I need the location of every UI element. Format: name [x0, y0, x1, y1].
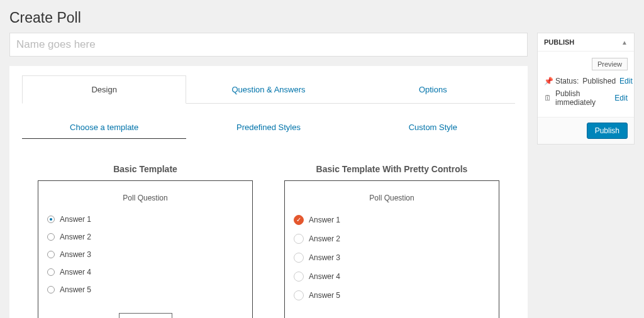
publish-panel: PUBLISH ▲ Preview 📌 Status: Published Ed… [537, 33, 635, 145]
answer-label: Answer 5 [309, 291, 340, 300]
vote-button[interactable]: Vote [119, 313, 172, 318]
main-tabs: Design Question & Answers Options [22, 75, 515, 104]
status-label: Status: [555, 77, 579, 85]
design-subtabs: Choose a template Predefined Styles Cust… [22, 116, 515, 139]
template-basic[interactable]: Basic Template Poll Question Answer 1 An… [38, 164, 253, 318]
answer-row: ✓ Answer 1 [294, 215, 490, 225]
answer-row: Answer 1 [47, 215, 243, 224]
poll-question: Poll Question [47, 194, 243, 202]
answer-label: Answer 5 [60, 285, 91, 294]
calendar-icon: 🗓 [544, 94, 552, 102]
answer-row: Answer 3 [294, 253, 490, 263]
poll-question: Poll Question [294, 194, 490, 202]
status-row: 📌 Status: Published Edit [544, 77, 628, 85]
page-title: Create Poll [0, 0, 644, 33]
poll-name-input[interactable] [9, 33, 528, 57]
subtab-predefined-styles[interactable]: Predefined Styles [186, 116, 350, 139]
radio-icon[interactable] [47, 216, 55, 223]
tab-options[interactable]: Options [351, 75, 515, 103]
schedule-row: 🗓 Publish immediately Edit [544, 89, 628, 107]
answer-label: Answer 2 [309, 234, 340, 243]
tab-design[interactable]: Design [22, 75, 186, 104]
tab-question-answers[interactable]: Question & Answers [186, 75, 350, 103]
answer-label: Answer 1 [60, 215, 91, 224]
answer-label: Answer 3 [309, 253, 340, 262]
pin-icon: 📌 [544, 77, 552, 85]
answer-row: Answer 5 [47, 285, 243, 294]
answer-label: Answer 2 [60, 233, 91, 241]
answer-row: Answer 5 [294, 290, 490, 300]
radio-pretty-icon[interactable] [294, 234, 304, 244]
publish-button[interactable]: Publish [587, 123, 628, 139]
answer-label: Answer 4 [60, 268, 91, 277]
radio-pretty-icon[interactable]: ✓ [294, 215, 304, 225]
radio-icon[interactable] [47, 251, 55, 258]
radio-pretty-icon[interactable] [294, 271, 304, 282]
answer-label: Answer 4 [309, 272, 340, 281]
radio-pretty-icon[interactable] [294, 253, 304, 263]
edit-status-link[interactable]: Edit [619, 77, 633, 85]
collapse-icon[interactable]: ▲ [621, 39, 628, 46]
answer-row: Answer 2 [47, 233, 243, 241]
template-basic-title: Basic Template [38, 164, 253, 174]
template-pretty-title: Basic Template With Pretty Controls [284, 164, 499, 174]
radio-icon[interactable] [47, 268, 55, 276]
publish-panel-title: PUBLISH [544, 38, 574, 46]
radio-icon[interactable] [47, 233, 55, 241]
answer-row: Answer 4 [294, 271, 490, 282]
status-value: Published [582, 77, 616, 85]
answer-row: Answer 4 [47, 268, 243, 277]
radio-pretty-icon[interactable] [294, 290, 304, 300]
answer-row: Answer 3 [47, 250, 243, 259]
preview-button[interactable]: Preview [592, 58, 628, 70]
schedule-label: Publish immediately [555, 89, 611, 107]
answer-label: Answer 1 [309, 216, 340, 224]
subtab-custom-style[interactable]: Custom Style [351, 116, 515, 139]
edit-schedule-link[interactable]: Edit [614, 94, 628, 102]
answer-label: Answer 3 [60, 250, 91, 259]
answer-row: Answer 2 [294, 234, 490, 244]
template-pretty[interactable]: Basic Template With Pretty Controls Poll… [284, 164, 499, 318]
subtab-choose-template[interactable]: Choose a template [22, 116, 186, 139]
radio-icon[interactable] [47, 286, 55, 293]
